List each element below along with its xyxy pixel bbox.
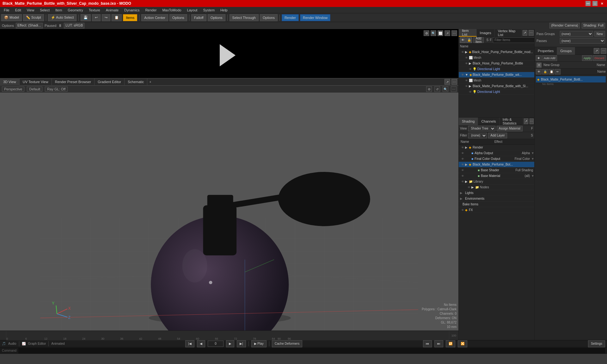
render-window-button[interactable]: Render Window <box>300 14 330 21</box>
shader-row-environments[interactable]: ▶ Environments <box>459 196 534 202</box>
shading-expand-icon[interactable]: ↗ <box>524 118 528 124</box>
menu-system[interactable]: System <box>200 8 217 13</box>
graph-editor-label[interactable]: Graph Editor <box>28 342 46 345</box>
preview-ctrl2[interactable]: 🔍 <box>431 30 436 36</box>
menu-item[interactable]: Item <box>53 8 64 13</box>
props-expand-icon[interactable]: ↗ <box>594 48 599 54</box>
current-frame-input[interactable] <box>208 341 224 347</box>
viewport-settings-icon[interactable]: ⚙ <box>426 86 432 92</box>
play-fwd-button[interactable]: ▶ Play <box>251 340 267 347</box>
settings-button[interactable]: Settings <box>588 340 605 347</box>
menu-file[interactable]: File <box>1 8 12 13</box>
options1-button[interactable]: Options <box>169 14 187 21</box>
new-group-add-icon[interactable]: + <box>536 63 542 68</box>
menu-geometry[interactable]: Geometry <box>65 8 85 13</box>
tab-groups[interactable]: Groups <box>557 47 575 55</box>
transport-icon2[interactable]: ⏭ <box>434 340 443 347</box>
command-input[interactable] <box>18 348 605 354</box>
tab-vertex-map-list[interactable]: Vertex Map List <box>495 29 522 37</box>
auto-add-icon-btn[interactable]: ✚ <box>536 55 542 61</box>
tab-channels[interactable]: Channels <box>478 118 499 125</box>
auto-add-button[interactable]: Auto Add <box>542 55 557 61</box>
sculpt-mode-button[interactable]: ✏️ Sculpt <box>23 14 44 21</box>
preview-ctrl1[interactable]: ⚙ <box>424 30 429 36</box>
timeline[interactable]: 0 6 12 18 24 30 36 42 48 54 60 66 72 78 … <box>0 331 458 340</box>
list-item[interactable]: 👁 💡 Directional Light <box>459 66 534 72</box>
preview-ctrl3[interactable]: ⬜ <box>438 30 443 36</box>
filter-items-input[interactable] <box>493 37 536 43</box>
toolbar-icon-btn2[interactable]: ↩ <box>92 14 101 21</box>
group-item[interactable]: ◆ Black_Matte_Perfume_Bottl... <box>536 76 606 82</box>
new-pass-group-button[interactable]: New <box>594 31 605 37</box>
props-menu-icon[interactable]: ⋯ <box>601 48 606 54</box>
viewport-search-icon[interactable]: 🔍 <box>443 86 448 92</box>
menu-edit[interactable]: Edit <box>13 8 24 13</box>
assign-material-button[interactable]: Assign Material <box>497 126 523 131</box>
tab-images[interactable]: Images <box>477 29 495 37</box>
options3-button[interactable]: Options <box>260 14 278 21</box>
ray-gl-label[interactable]: Ray GL: Off <box>45 87 68 92</box>
shader-tree-select[interactable]: Shader Tree <box>468 126 495 131</box>
list-item[interactable]: 👁 ▶ ◆ Black_Hose_Pump_Perfume_Bottle_mod… <box>459 49 534 55</box>
groups-content[interactable]: ◆ Black_Matte_Perfume_Bottl... No Items <box>535 75 607 340</box>
timeline-ruler[interactable]: 0 6 12 18 24 30 36 42 48 54 60 66 72 78 … <box>6 331 449 340</box>
group-view-icon4[interactable]: ✏ <box>555 69 561 75</box>
pass-groups-select[interactable]: (none) <box>560 31 593 37</box>
tab-shading[interactable]: Shading <box>459 118 478 125</box>
add-item-button[interactable]: Add Item <box>473 37 484 43</box>
select-through-button[interactable]: Select Through <box>230 14 259 21</box>
discard-button[interactable]: Discard <box>593 55 606 61</box>
item-list-expand-icon[interactable]: ↗ <box>523 30 528 36</box>
shader-row-fx[interactable]: 👁 ◆ FX <box>459 207 534 213</box>
item-lock-btn[interactable]: 🔒 <box>466 37 472 43</box>
menu-dynamics[interactable]: Dynamics <box>122 8 142 13</box>
menu-animate[interactable]: Animate <box>103 8 121 13</box>
preview-play-button[interactable] <box>220 44 239 63</box>
viewport-expand-button[interactable]: ↗ <box>445 79 450 85</box>
tab-item-list[interactable]: Item List <box>459 29 477 37</box>
group-view-icon1[interactable]: 👁 <box>536 69 542 75</box>
list-item[interactable]: 👁 💡 Directional Light <box>459 89 534 95</box>
list-item[interactable]: 👁 ⬜ Mesh <box>459 55 534 61</box>
preview-ctrl4[interactable]: ↗ <box>445 30 450 36</box>
prev-keyframe-button[interactable]: |◀ <box>185 340 194 347</box>
menu-select[interactable]: Select <box>37 8 52 13</box>
play-button[interactable]: ▶ <box>226 340 234 347</box>
menu-help[interactable]: Help <box>218 8 230 13</box>
shading-content[interactable]: 👁 ▶ ◆ Render 👁 ■ Alpha Output Alpha ▼ 👁 <box>459 145 534 340</box>
tab-info-statistics[interactable]: Info & Statistics <box>500 118 523 125</box>
transport-icon3[interactable]: 🔁 <box>446 340 455 347</box>
render-button[interactable]: Render <box>282 14 299 21</box>
cache-deformers-button[interactable]: Cache Deformers <box>272 340 302 347</box>
toolbar-icon-btn3[interactable]: ↪ <box>102 14 110 21</box>
falloff-button[interactable]: Falloff <box>191 14 206 21</box>
shader-row-base-shader[interactable]: 👁 ■ Base Shader Full Shading <box>459 167 534 173</box>
next-frame-button[interactable]: ▶| <box>237 340 246 347</box>
preview-ctrl5[interactable]: ⋯ <box>451 30 457 36</box>
auto-select-button[interactable]: ⚡ Auto Select <box>48 14 77 21</box>
viewport-more-icon[interactable]: ⋯ <box>451 86 457 92</box>
toolbar-icon-btn1[interactable]: 💾 <box>81 14 91 21</box>
viewport-menu-button[interactable]: ⋯ <box>451 79 457 85</box>
items-button[interactable]: Items <box>123 14 137 21</box>
default-label[interactable]: Default <box>27 87 42 92</box>
group-view-icon3[interactable]: 📋 <box>549 69 554 75</box>
shader-row-library[interactable]: 👁 ▶ 📁 Library <box>459 179 534 185</box>
menu-view[interactable]: View <box>24 8 37 13</box>
perspective-label[interactable]: Perspective <box>2 87 24 92</box>
maximize-button[interactable]: □ <box>592 1 598 6</box>
tab-schematic[interactable]: Schematic <box>125 78 147 86</box>
list-item[interactable]: 👁 ▶ Black_Hose_Pump_Perfume_Bottle <box>459 61 534 66</box>
menu-layout[interactable]: Layout <box>184 8 200 13</box>
minimize-button[interactable]: — <box>586 1 591 6</box>
shader-row-final-color[interactable]: 👁 ■ Final Color Output Final Color ▼ <box>459 156 534 162</box>
shader-row-base-material[interactable]: 👁 ■ Base Material (all) ▼ <box>459 173 534 179</box>
add-viewport-tab-button[interactable]: + <box>147 79 153 84</box>
options2-button[interactable]: Options <box>208 14 225 21</box>
transport-icon1[interactable]: ⏮ <box>423 340 432 347</box>
item-visibility-btn[interactable]: 👁 <box>460 37 466 43</box>
prev-frame-button[interactable]: ◀ <box>197 340 205 347</box>
model-mode-button[interactable]: 📦 Model <box>1 14 22 21</box>
tab-render-preset-browser[interactable]: Render Preset Browser <box>52 78 95 86</box>
tab-uv-texture-view[interactable]: UV Texture View <box>20 78 52 86</box>
